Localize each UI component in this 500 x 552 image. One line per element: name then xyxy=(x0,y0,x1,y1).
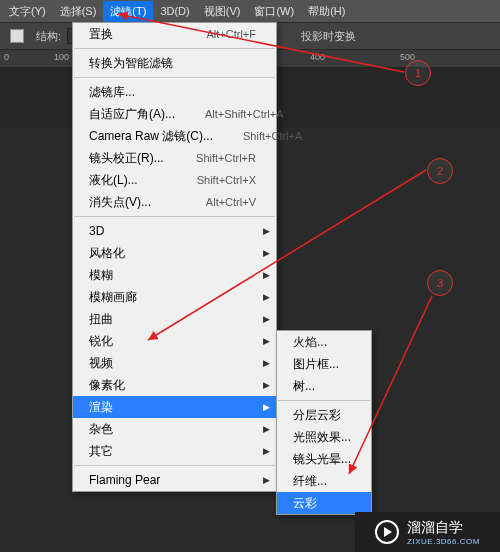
menu-item-像素化[interactable]: 像素化▶ xyxy=(73,374,276,396)
annotation-callout-1: 1 xyxy=(405,60,431,86)
submenu-item[interactable]: 云彩 xyxy=(277,492,371,514)
menubar-item[interactable]: 滤镜(T) xyxy=(103,1,153,22)
play-icon xyxy=(375,520,399,544)
menu-item-smart-filter[interactable]: 转换为智能滤镜 xyxy=(73,52,276,74)
menu-item-lens-correction[interactable]: 镜头校正(R)...Shift+Ctrl+R xyxy=(73,147,276,169)
menu-item-vanishing-point[interactable]: 消失点(V)...Alt+Ctrl+V xyxy=(73,191,276,213)
ruler-tick: 0 xyxy=(4,52,9,62)
menu-item-扭曲[interactable]: 扭曲▶ xyxy=(73,308,276,330)
menu-item-camera-raw[interactable]: Camera Raw 滤镜(C)...Shift+Ctrl+A xyxy=(73,125,276,147)
filter-menu: 置换 Alt+Ctrl+F 转换为智能滤镜 滤镜库... 自适应广角(A)...… xyxy=(72,22,277,492)
submenu-arrow-icon: ▶ xyxy=(263,292,270,302)
watermark-brand: 溜溜自学 xyxy=(407,519,463,535)
watermark-url: ZIXUE.3D66.COM xyxy=(407,537,480,546)
menu-item-渲染[interactable]: 渲染▶ xyxy=(73,396,276,418)
watermark: 溜溜自学 ZIXUE.3D66.COM xyxy=(355,512,500,552)
menubar-item[interactable]: 视图(V) xyxy=(197,1,248,22)
submenu-item[interactable]: 分层云彩 xyxy=(277,404,371,426)
menubar-item[interactable]: 3D(D) xyxy=(153,2,196,20)
ruler-tick: 400 xyxy=(310,52,325,62)
submenu-item[interactable]: 光照效果... xyxy=(277,426,371,448)
submenu-arrow-icon: ▶ xyxy=(263,402,270,412)
menu-item-其它[interactable]: 其它▶ xyxy=(73,440,276,462)
submenu-arrow-icon: ▶ xyxy=(263,380,270,390)
submenu-arrow-icon: ▶ xyxy=(263,270,270,280)
annotation-callout-3: 3 xyxy=(427,270,453,296)
submenu-arrow-icon: ▶ xyxy=(263,475,270,485)
menu-item-锐化[interactable]: 锐化▶ xyxy=(73,330,276,352)
submenu-item[interactable]: 火焰... xyxy=(277,331,371,353)
menubar-item[interactable]: 窗口(W) xyxy=(247,1,301,22)
menu-separator xyxy=(74,216,275,217)
menu-item-3D[interactable]: 3D▶ xyxy=(73,220,276,242)
menu-item-plugin[interactable]: Flaming Pear▶ xyxy=(73,469,276,491)
menu-separator xyxy=(74,77,275,78)
menu-separator xyxy=(74,48,275,49)
menubar-item[interactable]: 帮助(H) xyxy=(301,1,352,22)
menu-item-杂色[interactable]: 杂色▶ xyxy=(73,418,276,440)
menu-item-last-filter[interactable]: 置换 Alt+Ctrl+F xyxy=(73,23,276,45)
option-text: 投影时变换 xyxy=(301,29,356,44)
submenu-arrow-icon: ▶ xyxy=(263,424,270,434)
menu-item-风格化[interactable]: 风格化▶ xyxy=(73,242,276,264)
struct-label: 结构: xyxy=(36,29,61,44)
menu-item-adaptive-wide[interactable]: 自适应广角(A)...Alt+Shift+Ctrl+A xyxy=(73,103,276,125)
menu-item-liquify[interactable]: 液化(L)...Shift+Ctrl+X xyxy=(73,169,276,191)
submenu-arrow-icon: ▶ xyxy=(263,248,270,258)
annotation-callout-2: 2 xyxy=(427,158,453,184)
menu-item-模糊画廊[interactable]: 模糊画廊▶ xyxy=(73,286,276,308)
submenu-arrow-icon: ▶ xyxy=(263,358,270,368)
menubar: 文字(Y)选择(S)滤镜(T)3D(D)视图(V)窗口(W)帮助(H) xyxy=(0,0,500,22)
menu-separator xyxy=(278,400,370,401)
menu-separator xyxy=(74,465,275,466)
menu-item-filter-gallery[interactable]: 滤镜库... xyxy=(73,81,276,103)
submenu-item[interactable]: 纤维... xyxy=(277,470,371,492)
render-submenu: 火焰...图片框...树...分层云彩光照效果...镜头光晕...纤维...云彩 xyxy=(276,330,372,515)
submenu-arrow-icon: ▶ xyxy=(263,446,270,456)
submenu-item[interactable]: 树... xyxy=(277,375,371,397)
submenu-arrow-icon: ▶ xyxy=(263,226,270,236)
submenu-item[interactable]: 图片框... xyxy=(277,353,371,375)
tool-swatch[interactable] xyxy=(10,29,24,43)
submenu-item[interactable]: 镜头光晕... xyxy=(277,448,371,470)
ruler-tick: 100 xyxy=(54,52,69,62)
submenu-arrow-icon: ▶ xyxy=(263,314,270,324)
menubar-item[interactable]: 文字(Y) xyxy=(2,1,53,22)
submenu-arrow-icon: ▶ xyxy=(263,336,270,346)
menubar-item[interactable]: 选择(S) xyxy=(53,1,104,22)
menu-item-模糊[interactable]: 模糊▶ xyxy=(73,264,276,286)
menu-item-视频[interactable]: 视频▶ xyxy=(73,352,276,374)
